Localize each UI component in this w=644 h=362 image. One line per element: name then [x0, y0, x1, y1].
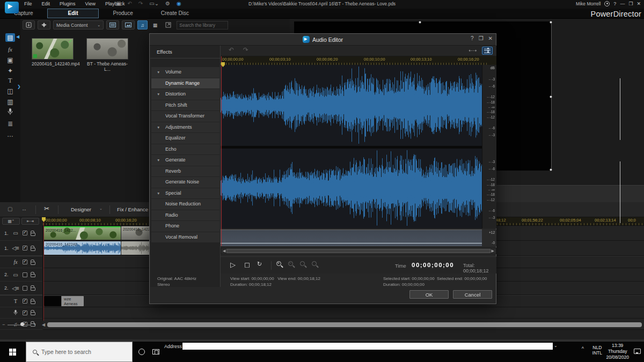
audio-clip[interactable]: 20200416_142240: [44, 241, 121, 255]
effect-item[interactable]: Noise Reduction: [151, 199, 219, 210]
particle-room-icon[interactable]: ✦: [5, 67, 15, 75]
address-input[interactable]: [182, 343, 553, 350]
close-button[interactable]: ✕: [636, 1, 641, 6]
volume-envelope-line[interactable]: [221, 243, 482, 243]
track-header-fx[interactable]: fx: [0, 256, 42, 268]
track-lock-icon[interactable]: [31, 274, 35, 277]
dialog-title-bar[interactable]: Audio Editor: [150, 34, 496, 46]
transition-room-icon[interactable]: ◫: [5, 87, 15, 95]
track-manager-button[interactable]: ▦⁺: [2, 218, 20, 225]
menu-item[interactable]: View: [80, 0, 100, 9]
scroll-left-arrow[interactable]: ◀: [42, 322, 45, 327]
music-filter-icon[interactable]: ♫: [137, 20, 148, 29]
track-header-audio2[interactable]: 2. ◁≡: [0, 282, 42, 295]
collapse-arrow-icon[interactable]: ◀: [16, 34, 19, 39]
dialog-maximize-button[interactable]: ❐: [479, 35, 484, 41]
audio-ruler[interactable]: 00;00;00;0000;00;03;1000;00;06;2000;00;1…: [221, 56, 496, 65]
avatar[interactable]: [604, 1, 610, 6]
taskbar-search[interactable]: Type here to search: [26, 342, 133, 362]
effect-item[interactable]: Echo: [151, 144, 219, 155]
photo-filter-icon[interactable]: [122, 20, 135, 29]
ok-button[interactable]: OK: [409, 290, 449, 299]
menu-item[interactable]: Edit: [37, 0, 55, 9]
import-media-button[interactable]: [23, 20, 35, 29]
media-room-icon[interactable]: ▤: [5, 33, 15, 42]
track-header-voice[interactable]: [0, 307, 42, 319]
minimize-button[interactable]: —: [620, 1, 625, 6]
loop-button[interactable]: ↻: [257, 261, 262, 268]
language-indicator[interactable]: NLDINTL: [592, 345, 602, 356]
mixer-view-icon[interactable]: [482, 47, 493, 55]
zoom-out-icon[interactable]: −: [288, 261, 293, 266]
track-lock-icon[interactable]: [31, 262, 35, 265]
track-enable-checkbox[interactable]: [23, 260, 27, 264]
effect-item[interactable]: Volume: [151, 67, 219, 78]
effect-item[interactable]: Generate Noise: [151, 177, 219, 188]
track-enable-checkbox[interactable]: [23, 246, 27, 250]
chapter-room-icon[interactable]: ≣: [5, 120, 15, 128]
content-type-dropdown[interactable]: Media Content⌄: [53, 20, 104, 29]
zoom-selection-icon[interactable]: [300, 261, 305, 266]
effect-item[interactable]: Dynamic Range Compression: [151, 78, 219, 89]
audio-scrollbar-thumb[interactable]: [226, 249, 491, 253]
save-icon[interactable]: ▣: [116, 1, 121, 6]
zoom-slider-track[interactable]: [8, 324, 31, 326]
track-enable-checkbox[interactable]: [23, 311, 27, 315]
effect-item[interactable]: Reverb: [151, 166, 219, 177]
play-button[interactable]: ▷: [230, 261, 236, 269]
volume-envelope-strip[interactable]: [221, 230, 482, 246]
mode-tab[interactable]: Produce: [99, 9, 147, 18]
dialog-close-button[interactable]: ✕: [488, 35, 493, 41]
redo-icon[interactable]: ↷: [138, 1, 143, 6]
track-lock-icon[interactable]: [31, 233, 35, 236]
stop-button[interactable]: ◻: [244, 261, 250, 269]
clock[interactable]: 13:39Thursday20/08/2020: [606, 343, 629, 360]
track-header-video2[interactable]: 2. ▭: [0, 268, 42, 282]
designer-dropdown[interactable]: Designer: [71, 206, 91, 212]
mode-tab[interactable]: Edit: [47, 9, 99, 18]
effect-item[interactable]: Equalizer: [151, 133, 219, 144]
menu-item[interactable]: File: [19, 0, 37, 9]
effect-item[interactable]: Phone: [151, 221, 219, 232]
task-view-icon[interactable]: [152, 349, 159, 354]
effect-item[interactable]: Pitch Shift: [151, 100, 219, 111]
cancel-button[interactable]: Cancel: [453, 290, 492, 299]
redo-icon[interactable]: ↷: [243, 46, 248, 54]
user-name[interactable]: Mike Morrell: [576, 1, 601, 6]
track-lock-icon[interactable]: [31, 312, 35, 315]
aspect-ratio-icon[interactable]: ▭⌄: [149, 1, 159, 6]
zoom-in-icon[interactable]: +: [276, 261, 281, 266]
waveform-area[interactable]: [221, 65, 482, 228]
effect-item[interactable]: Generate: [151, 155, 219, 166]
zoom-in-button[interactable]: +: [33, 322, 36, 327]
cortana-icon[interactable]: [138, 349, 145, 355]
track-enable-checkbox[interactable]: [23, 231, 27, 235]
notification-center-icon[interactable]: [634, 349, 641, 354]
media-thumbnail[interactable]: BT - Thebe Aeneas- L...: [86, 38, 128, 72]
plugins-button[interactable]: [38, 20, 50, 29]
fit-width-icon[interactable]: ⇠⇢: [467, 47, 478, 55]
range-tool-icon[interactable]: ↔: [21, 206, 27, 212]
effect-item[interactable]: Vocal Removal: [151, 232, 219, 243]
timeline-scrollbar[interactable]: [47, 322, 642, 327]
effect-item[interactable]: Adjustments: [151, 122, 219, 133]
track-lock-icon[interactable]: [31, 287, 35, 291]
effect-room-icon[interactable]: fx: [5, 45, 15, 54]
scroll-left-arrow[interactable]: ◀: [223, 249, 225, 253]
track-enable-checkbox[interactable]: [23, 272, 27, 277]
hidden-icons-chevron[interactable]: ^: [582, 346, 584, 351]
voice-track-row[interactable]: [43, 307, 644, 319]
video-filter-icon[interactable]: [106, 20, 119, 29]
select-range-icon[interactable]: ▢: [8, 206, 12, 212]
library-search-input[interactable]: [177, 21, 228, 29]
media-thumbnail[interactable]: ✓ 20200416_142240.mp4: [32, 38, 74, 67]
track-enable-checkbox[interactable]: [23, 299, 27, 304]
address-dropdown-icon[interactable]: ⌄: [554, 343, 558, 348]
mode-tab[interactable]: Create Disc: [147, 9, 203, 18]
title-clip[interactable]: wze Aeneas: [44, 296, 84, 306]
title-room-icon[interactable]: T: [5, 76, 15, 85]
restore-button[interactable]: ❐: [628, 1, 633, 6]
effect-item[interactable]: Radio: [151, 210, 219, 221]
undo-icon[interactable]: ↶: [127, 1, 131, 6]
undo-icon[interactable]: ↶: [229, 46, 234, 54]
